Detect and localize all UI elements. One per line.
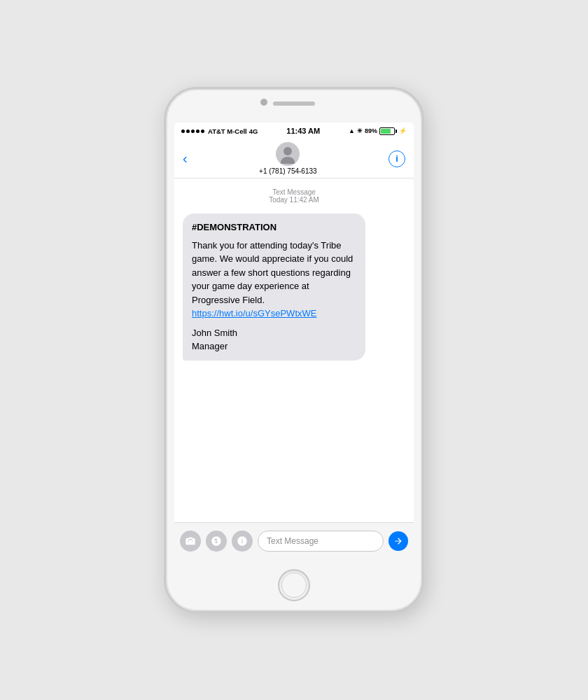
- mute-button: [164, 173, 166, 192]
- message-body: Thank you for attending today's Tribe ga…: [192, 240, 353, 305]
- back-button[interactable]: ‹: [183, 150, 188, 167]
- info-button[interactable]: i: [388, 150, 405, 167]
- svg-point-0: [284, 147, 292, 155]
- camera-button[interactable]: [180, 531, 201, 552]
- volume-up-button: [164, 201, 166, 236]
- status-left: AT&T M-Cell 4G: [181, 127, 258, 135]
- app-store-button[interactable]: [232, 531, 253, 552]
- info-icon: i: [396, 153, 398, 164]
- message-placeholder: Text Message: [267, 536, 318, 546]
- contact-header: +1 (781) 754-6133: [259, 142, 317, 175]
- volume-down-button: [164, 244, 166, 279]
- battery-icon: [379, 127, 397, 135]
- phone-frame: AT&T M-Cell 4G 11:43 AM ▲ ✳ 89% ⚡: [164, 88, 424, 612]
- send-button[interactable]: [388, 531, 408, 551]
- speaker: [273, 102, 315, 106]
- bluetooth-icon: ✳: [357, 127, 363, 134]
- network-label: 4G: [249, 127, 258, 135]
- avatar-icon: [278, 144, 298, 164]
- camera-icon: [185, 536, 196, 547]
- messages-area: Text Message Today 11:42 AM #DEMONSTRATI…: [174, 178, 414, 522]
- home-button[interactable]: [278, 569, 310, 601]
- location-icon: ▲: [349, 127, 355, 134]
- send-icon: [393, 536, 403, 546]
- charging-icon: ⚡: [399, 127, 407, 134]
- message-bubble: #DEMONSTRATION Thank you for attending t…: [183, 214, 365, 360]
- message-link[interactable]: https://hwt.io/u/sGYsePWtxWE: [192, 308, 316, 318]
- battery-percent: 89%: [365, 127, 377, 134]
- contact-avatar: [276, 142, 300, 166]
- input-bar: Text Message: [174, 522, 414, 559]
- sticker-button[interactable]: [206, 531, 227, 552]
- time-display: 11:43 AM: [286, 127, 320, 135]
- nav-bar: ‹ +1 (781) 754-6133 i: [174, 139, 414, 178]
- contact-phone: +1 (781) 754-6133: [259, 167, 317, 175]
- app-store-icon: [237, 536, 248, 547]
- phone-screen: AT&T M-Cell 4G 11:43 AM ▲ ✳ 89% ⚡: [174, 122, 414, 559]
- message-signature: John SmithManager: [192, 326, 356, 354]
- power-button: [422, 208, 424, 257]
- sticker-icon: [211, 536, 222, 547]
- message-timestamp: Text Message Today 11:42 AM: [183, 188, 405, 204]
- carrier-label: AT&T M-Cell: [208, 127, 247, 135]
- message-hashtag: #DEMONSTRATION: [192, 220, 356, 234]
- svg-point-1: [281, 157, 295, 164]
- home-button-inner: [281, 573, 307, 598]
- svg-point-2: [188, 540, 192, 543]
- message-input[interactable]: Text Message: [258, 531, 384, 552]
- signal-icon: [181, 130, 204, 133]
- camera: [260, 99, 267, 106]
- status-bar: AT&T M-Cell 4G 11:43 AM ▲ ✳ 89% ⚡: [174, 122, 414, 139]
- status-right: ▲ ✳ 89% ⚡: [349, 127, 407, 135]
